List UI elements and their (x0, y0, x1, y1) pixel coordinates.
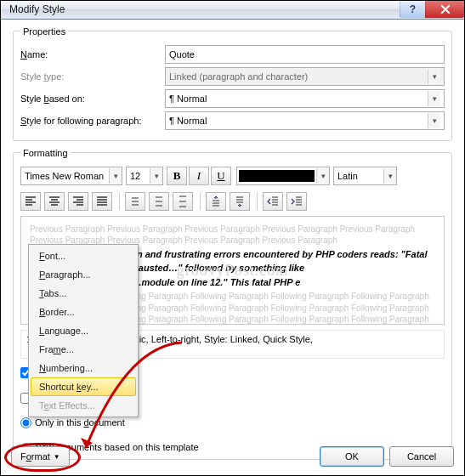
align-center-icon (48, 196, 60, 207)
formatting-legend: Formatting (20, 148, 71, 158)
font-color-select[interactable]: ▾ (236, 167, 330, 185)
indent-decrease-icon (267, 196, 279, 207)
cancel-button[interactable]: Cancel (389, 446, 454, 467)
close-icon (440, 4, 451, 14)
align-left-icon (25, 196, 37, 207)
font-size-select[interactable]: 12▾ (126, 167, 163, 185)
separator (119, 193, 120, 210)
chevron-down-icon: ▾ (150, 168, 162, 184)
line-spacing-icon (177, 196, 189, 207)
name-label: Name: (20, 49, 165, 60)
menu-font[interactable]: Font... (31, 246, 136, 265)
row-style-type: Style type: Linked (paragraph and charac… (20, 67, 445, 86)
row-following: Style for following paragraph: ¶Normal ▾ (20, 111, 445, 130)
format-menu: Font... Paragraph... Tabs... Border... L… (28, 244, 139, 417)
following-label: Style for following paragraph: (20, 116, 165, 126)
align-right-button[interactable] (68, 192, 88, 211)
align-justify-icon (96, 196, 108, 207)
spacing-2-button[interactable] (173, 192, 193, 211)
indent-increase-button[interactable] (286, 192, 307, 211)
italic-button[interactable]: I (189, 167, 209, 185)
align-center-button[interactable] (44, 192, 65, 211)
menu-tabs[interactable]: Tabs... (31, 284, 136, 303)
menu-paragraph[interactable]: Paragraph... (31, 265, 136, 284)
space-before-inc-button[interactable] (206, 192, 226, 211)
paragraph-toolbar (20, 192, 445, 211)
menu-text-effects: Text Effects... (31, 396, 136, 415)
para-space-icon (234, 196, 246, 207)
space-before-dec-button[interactable] (230, 192, 250, 211)
menu-numbering[interactable]: Numbering... (31, 359, 136, 377)
only-this-doc-radio[interactable]: Only in this document (20, 417, 445, 429)
para-space-icon (210, 196, 222, 207)
font-family-select[interactable]: Times New Roman▾ (20, 167, 122, 185)
help-button[interactable]: ? (400, 1, 425, 18)
biu-group: B I U (167, 167, 233, 185)
menu-border[interactable]: Border... (31, 303, 136, 321)
underline-button[interactable]: U (211, 167, 231, 185)
titlebar: Modify Style ? (1, 1, 464, 20)
spacing-1-button[interactable] (125, 192, 145, 211)
indent-decrease-button[interactable] (263, 192, 283, 211)
align-justify-button[interactable] (92, 192, 112, 211)
menu-frame[interactable]: Frame... (31, 340, 136, 359)
dialog-body: Properties Name: Style type: Linked (par… (1, 20, 464, 475)
menu-shortcut-key[interactable]: Shortcut key... (31, 377, 136, 396)
properties-legend: Properties (20, 26, 68, 37)
chevron-down-icon: ▾ (109, 168, 122, 184)
ok-button[interactable]: OK (320, 446, 384, 467)
style-type-value: Linked (paragraph and character) (169, 71, 308, 82)
preview-prev-para: Previous Paragraph Previous Paragraph Pr… (30, 224, 435, 246)
following-select[interactable]: ¶Normal ▾ (165, 111, 445, 130)
properties-group: Properties Name: Style type: Linked (par… (13, 26, 452, 141)
indent-increase-icon (291, 196, 303, 207)
format-button[interactable]: Format▼ (11, 446, 70, 467)
name-input[interactable] (165, 45, 445, 64)
chevron-down-icon: ▾ (428, 91, 440, 106)
based-on-label: Style based on: (20, 94, 165, 104)
align-left-button[interactable] (20, 192, 41, 211)
bold-button[interactable]: B (167, 167, 187, 185)
spacing-1.5-button[interactable] (149, 192, 169, 211)
chevron-down-icon: ▾ (428, 113, 440, 128)
chevron-down-icon: ▾ (383, 168, 396, 184)
row-based-on: Style based on: ¶Normal ▾ (20, 89, 445, 108)
row-name: Name: (20, 45, 445, 64)
chevron-down-icon: ▾ (428, 69, 440, 84)
based-on-select[interactable]: ¶Normal ▾ (165, 89, 445, 108)
close-button[interactable] (425, 1, 464, 18)
font-toolbar: Times New Roman▾ 12▾ B I U ▾ Latin▾ (20, 167, 445, 185)
chevron-down-icon: ▾ (316, 168, 329, 184)
style-type-select: Linked (paragraph and character) ▾ (165, 67, 445, 86)
window-controls: ? (400, 1, 464, 19)
modify-style-dialog: Modify Style ? Properties Name: Style ty… (0, 0, 465, 476)
menu-language[interactable]: Language... (31, 321, 136, 340)
chevron-down-icon: ▼ (54, 453, 60, 461)
line-spacing-icon (129, 196, 141, 207)
style-type-label: Style type: (20, 71, 165, 82)
script-select[interactable]: Latin▾ (333, 167, 397, 185)
line-spacing-icon (153, 196, 165, 207)
separator (200, 193, 201, 210)
dialog-buttons: OK Cancel (320, 446, 454, 467)
separator (257, 193, 258, 210)
based-on-value: ¶Normal (169, 94, 207, 104)
window-title: Modify Style (9, 3, 65, 15)
following-value: ¶Normal (169, 116, 207, 126)
align-right-icon (72, 196, 84, 207)
color-swatch (239, 170, 315, 182)
